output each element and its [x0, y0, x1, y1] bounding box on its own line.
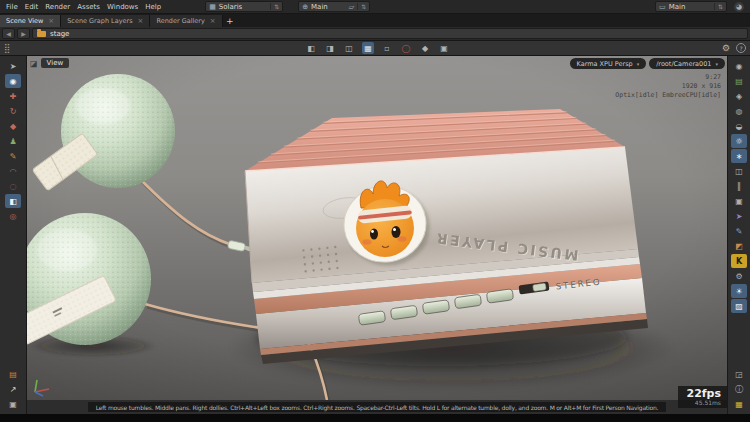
snapshot-camera-icon[interactable]: ▣: [731, 194, 747, 208]
pose-tool-icon[interactable]: ♟: [5, 134, 21, 148]
export-icon[interactable]: ↗: [5, 382, 21, 396]
add-tab-button[interactable]: +: [223, 15, 237, 27]
radial-menu-label: Main: [311, 3, 328, 11]
stage-folder-icon: [37, 31, 46, 37]
desktop-select[interactable]: ▭ Main ⇅: [655, 1, 727, 12]
view-tool-icon[interactable]: ◉: [5, 74, 21, 88]
lock-camera-icon[interactable]: ◈: [731, 89, 747, 103]
pathbar: ◀ ▶ stage: [0, 27, 750, 41]
forward-button[interactable]: ▶: [17, 28, 30, 39]
pointer-mode-icon[interactable]: ➤: [731, 209, 747, 223]
image-plane-icon[interactable]: ▨: [731, 299, 747, 313]
display-options-icon[interactable]: ◆: [419, 42, 431, 54]
render-time: 9:27: [615, 73, 721, 82]
brush-icon[interactable]: ✎: [731, 224, 747, 238]
menubar: File Edit Render Assets Windows Help ▦ S…: [0, 0, 750, 14]
gear-icon[interactable]: ⚙: [722, 43, 730, 53]
viewport-render[interactable]: MUSIC PLAYER MUSIC PLAYER: [27, 56, 727, 400]
tab-label: Scene Graph Layers: [67, 17, 132, 25]
view-tool-overlay-icon[interactable]: ◪: [30, 59, 38, 68]
menu-file[interactable]: File: [3, 2, 21, 12]
shelf-context-label: Solaris: [219, 3, 242, 11]
paint-tool-icon[interactable]: ✎: [5, 149, 21, 163]
scene-layers-icon[interactable]: ▤: [731, 74, 747, 88]
grid-layout-icon[interactable]: ▦: [731, 397, 747, 411]
settings-gear-icon[interactable]: ⚙: [731, 269, 747, 283]
radial-menu-icon: ⊕: [302, 3, 308, 11]
axis-gizmo-icon[interactable]: [30, 377, 52, 397]
select-tool-icon[interactable]: ➤: [5, 59, 21, 73]
tab-render-gallery[interactable]: Render Gallery ×: [150, 15, 222, 27]
pause-render-icon[interactable]: ‖: [731, 179, 747, 193]
shelf-context-select[interactable]: ▦ Solaris ⇅: [205, 1, 283, 12]
renderer-select[interactable]: Karma XPU Persp ▾: [570, 58, 647, 69]
close-icon[interactable]: ×: [138, 17, 144, 25]
frame-time-value: 45.51ms: [686, 399, 721, 406]
render-settings-icon[interactable]: ▣: [438, 42, 450, 54]
main-area: ➤ ◉ ✚ ↻ ◆ ♟ ✎ ◠ ◌ ◧ ◎ ▤ ↗ ▣: [0, 56, 750, 414]
palette-icon[interactable]: ◩: [731, 239, 747, 253]
visibility-icon[interactable]: ◉: [731, 59, 747, 73]
handles-icon[interactable]: ∗: [731, 149, 747, 163]
menu-edit[interactable]: Edit: [22, 2, 42, 12]
pin-view-icon[interactable]: ◍: [731, 104, 747, 118]
cassette-player: MUSIC PLAYER MUSIC PLAYER: [245, 109, 648, 364]
arc-tool-icon[interactable]: ◠: [5, 164, 21, 178]
bottom-bar: [0, 414, 750, 422]
sun-light-icon[interactable]: ☀: [731, 284, 747, 298]
stepper-icon[interactable]: ⇅: [714, 3, 723, 10]
stepper-icon[interactable]: ⇅: [357, 3, 366, 10]
foreground-icon[interactable]: ▫: [381, 42, 393, 54]
menu-assets[interactable]: Assets: [74, 2, 103, 12]
translate-tool-icon[interactable]: ✚: [5, 89, 21, 103]
toolbar-right: ⚙ ?: [722, 43, 746, 53]
fps-value: 22fps: [686, 388, 721, 399]
right-tool-strip: ◉ ▤ ◈ ◍ ◒ ☼ ∗ ◫ ‖ ▣ ➤ ✎ ◩ K ⚙ ☀ ▨ ◲ ⓘ ▦: [727, 56, 750, 414]
orbit-tool-icon[interactable]: ◌: [5, 179, 21, 193]
render-resolution: 1920 x 916: [615, 82, 721, 91]
solaris-shelf-icon: ▦: [209, 3, 216, 11]
scale-tool-icon[interactable]: ◆: [5, 119, 21, 133]
snapshot-copy-icon[interactable]: ◨: [324, 42, 336, 54]
tab-label: Render Gallery: [156, 17, 204, 25]
pane-tabbar: Scene View × Scene Graph Layers × Render…: [0, 14, 750, 27]
path-field[interactable]: stage: [32, 28, 748, 39]
karma-icon[interactable]: K: [731, 254, 747, 268]
status-circle-icon[interactable]: ◕: [734, 2, 744, 12]
houdini-window: File Edit Render Assets Windows Help ▦ S…: [0, 0, 750, 422]
tab-scene-graph-layers[interactable]: Scene Graph Layers ×: [61, 15, 150, 27]
radial-extra-icon[interactable]: ▱: [349, 3, 354, 11]
render-region-icon[interactable]: ◲: [731, 367, 747, 381]
menu-windows[interactable]: Windows: [104, 2, 141, 12]
headlight-icon[interactable]: ☼: [731, 134, 747, 148]
menu-render[interactable]: Render: [42, 2, 73, 12]
snap-tool-icon[interactable]: ◧: [5, 194, 21, 208]
stepper-icon[interactable]: ⇅: [270, 3, 279, 10]
desktop-select-label: Main: [669, 3, 686, 11]
layout-grid-icon[interactable]: ⣿: [4, 43, 11, 53]
rotate-tool-icon[interactable]: ↻: [5, 104, 21, 118]
help-icon[interactable]: ?: [736, 43, 746, 53]
render-scene: MUSIC PLAYER MUSIC PLAYER: [27, 56, 727, 400]
scene-view-pane: MUSIC PLAYER MUSIC PLAYER: [27, 56, 727, 414]
record-icon[interactable]: ◯: [400, 42, 412, 54]
tab-scene-view[interactable]: Scene View ×: [0, 15, 61, 27]
close-icon[interactable]: ×: [48, 17, 54, 25]
info-icon[interactable]: ⓘ: [731, 382, 747, 396]
background-checker-icon[interactable]: ▦: [362, 42, 374, 54]
snapshot-save-icon[interactable]: ◧: [305, 42, 317, 54]
tab-label: Scene View: [6, 17, 43, 25]
beacon-icon[interactable]: ◒: [731, 119, 747, 133]
radial-menu-select[interactable]: ⊕ Main ▱ ⇅: [298, 1, 370, 12]
close-icon[interactable]: ×: [210, 17, 216, 25]
snapshot-icon[interactable]: ▣: [5, 397, 21, 411]
menu-help[interactable]: Help: [142, 2, 164, 12]
target-tool-icon[interactable]: ◎: [5, 209, 21, 223]
chevron-down-icon: ▾: [715, 61, 718, 67]
camera-icon[interactable]: ◫: [731, 164, 747, 178]
folder-icon[interactable]: ▤: [5, 367, 21, 381]
camera-select[interactable]: /root/Camera001 ▾: [649, 58, 725, 69]
view-badge-label: View: [41, 58, 70, 68]
snapshot-import-icon[interactable]: ◫: [343, 42, 355, 54]
back-button[interactable]: ◀: [2, 28, 15, 39]
